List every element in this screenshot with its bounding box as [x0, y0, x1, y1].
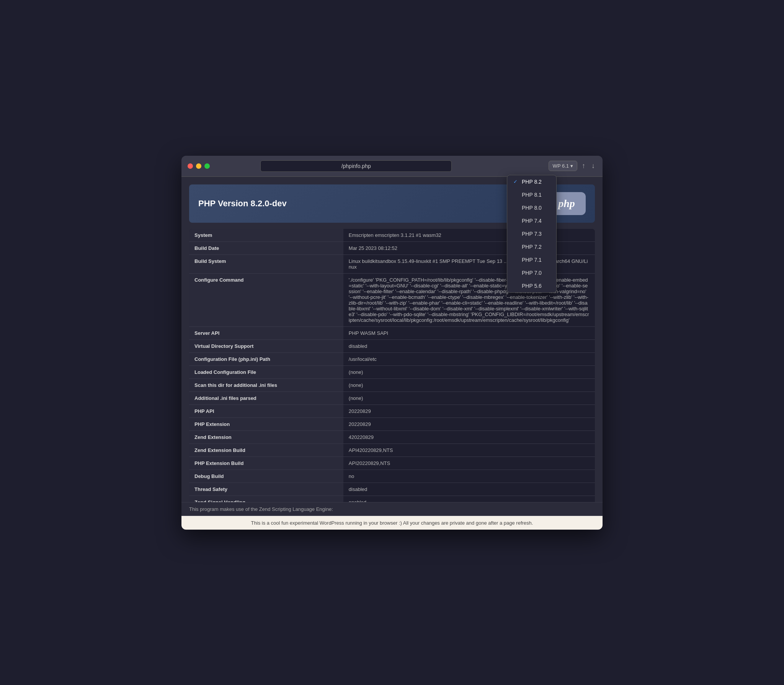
- dropdown-item-label: PHP 8.0: [522, 205, 542, 211]
- dropdown-item-php71[interactable]: PHP 7.1: [507, 253, 556, 266]
- table-value: Emscripten emscripten 3.1.21 #1 wasm32: [343, 229, 595, 242]
- table-row: Virtual Directory Supportdisabled: [189, 339, 595, 352]
- dropdown-item-label: PHP 7.4: [522, 218, 542, 224]
- dropdown-item-label: PHP 8.2: [522, 179, 542, 185]
- table-value: API420220829,NTS: [343, 444, 595, 457]
- table-key: Additional .ini files parsed: [189, 391, 343, 404]
- maximize-button[interactable]: [204, 163, 210, 169]
- dropdown-item-php82[interactable]: ✓PHP 8.2: [507, 175, 556, 188]
- table-row: PHP API20220829: [189, 404, 595, 418]
- table-value: Linux buildkitsandbox 5.15.49-linuxkit #…: [343, 254, 595, 273]
- traffic-lights: [188, 163, 210, 169]
- table-row: Thread Safetydisabled: [189, 483, 595, 496]
- dropdown-item-label: PHP 7.0: [522, 270, 542, 276]
- table-row: PHP Extension BuildAPI20220829,NTS: [189, 457, 595, 470]
- table-value: /usr/local/etc: [343, 352, 595, 365]
- table-key: Zend Extension Build: [189, 444, 343, 457]
- table-value: (none): [343, 378, 595, 391]
- table-key: Scan this dir for additional .ini files: [189, 378, 343, 391]
- table-value: disabled: [343, 339, 595, 352]
- dropdown-item-label: PHP 7.1: [522, 257, 542, 263]
- dropdown-item-label: PHP 7.2: [522, 244, 542, 250]
- table-key: System: [189, 229, 343, 242]
- dropdown-item-php80[interactable]: PHP 8.0: [507, 201, 556, 214]
- wp-version-label: WP 6.1: [553, 163, 569, 169]
- table-key: Debug Build: [189, 470, 343, 483]
- dropdown-item-php73[interactable]: PHP 7.3: [507, 227, 556, 240]
- table-row: Additional .ini files parsed(none): [189, 391, 595, 404]
- table-value: (none): [343, 391, 595, 404]
- titlebar: /phpinfo.php WP 6.1 ▾ ↑ ↓: [181, 156, 603, 177]
- table-key: PHP Extension Build: [189, 457, 343, 470]
- footer-note: This is a cool fun experimental WordPres…: [181, 516, 603, 530]
- table-value: API20220829,NTS: [343, 457, 595, 470]
- table-key: Virtual Directory Support: [189, 339, 343, 352]
- chevron-down-icon: ▾: [570, 163, 573, 169]
- table-row: Zend Extension420220829: [189, 431, 595, 444]
- dropdown-item-php81[interactable]: PHP 8.1: [507, 188, 556, 201]
- table-key: Zend Extension: [189, 431, 343, 444]
- table-value: Mar 25 2023 08:12:52: [343, 241, 595, 254]
- toolbar-right: WP 6.1 ▾ ↑ ↓: [549, 160, 596, 171]
- page-title: PHP Version 8.2.0-dev: [198, 199, 287, 209]
- dropdown-item-label: PHP 5.6: [522, 283, 542, 289]
- table-value: (none): [343, 365, 595, 378]
- dropdown-item-label: PHP 7.3: [522, 231, 542, 237]
- table-row: Server APIPHP WASM SAPI: [189, 326, 595, 339]
- table-row: Configuration File (php.ini) Path/usr/lo…: [189, 352, 595, 365]
- dropdown-item-php72[interactable]: PHP 7.2: [507, 240, 556, 253]
- php-version-dropdown: ✓PHP 8.2PHP 8.1PHP 8.0PHP 7.4PHP 7.3PHP …: [507, 175, 557, 293]
- dropdown-item-php70[interactable]: PHP 7.0: [507, 266, 556, 279]
- browser-window: /phpinfo.php WP 6.1 ▾ ↑ ↓ ✓PHP 8.2PHP 8.…: [181, 156, 603, 530]
- table-value: enabled: [343, 496, 595, 502]
- dropdown-item-php56[interactable]: PHP 5.6: [507, 279, 556, 292]
- table-row: Zend Signal Handlingenabled: [189, 496, 595, 502]
- table-key: Configuration File (php.ini) Path: [189, 352, 343, 365]
- table-row: Loaded Configuration File(none): [189, 365, 595, 378]
- table-row: Zend Extension BuildAPI420220829,NTS: [189, 444, 595, 457]
- dropdown-item-label: PHP 8.1: [522, 192, 542, 198]
- checkmark-icon: ✓: [513, 179, 519, 184]
- table-value: 20220829: [343, 404, 595, 418]
- close-button[interactable]: [188, 163, 193, 169]
- table-value: './configure' 'PKG_CONFIG_PATH=/root/lib…: [343, 273, 595, 326]
- table-value: 20220829: [343, 418, 595, 431]
- table-key: Build Date: [189, 241, 343, 254]
- table-value: PHP WASM SAPI: [343, 326, 595, 339]
- table-row: PHP Extension20220829: [189, 418, 595, 431]
- partial-bottom-text: This program makes use of the Zend Scrip…: [181, 502, 603, 516]
- download-button[interactable]: ↓: [590, 160, 596, 171]
- table-key: Build System: [189, 254, 343, 273]
- wp-version-button[interactable]: WP 6.1 ▾: [549, 161, 577, 171]
- table-row: Scan this dir for additional .ini files(…: [189, 378, 595, 391]
- table-key: PHP Extension: [189, 418, 343, 431]
- dropdown-item-php74[interactable]: PHP 7.4: [507, 214, 556, 227]
- table-value: 420220829: [343, 431, 595, 444]
- table-key: Server API: [189, 326, 343, 339]
- table-row: Debug Buildno: [189, 470, 595, 483]
- table-key: Loaded Configuration File: [189, 365, 343, 378]
- table-key: PHP API: [189, 404, 343, 418]
- minimize-button[interactable]: [196, 163, 201, 169]
- table-key: Configure Command: [189, 273, 343, 326]
- table-value: disabled: [343, 483, 595, 496]
- table-key: Thread Safety: [189, 483, 343, 496]
- url-bar[interactable]: /phpinfo.php: [260, 160, 452, 172]
- table-value: no: [343, 470, 595, 483]
- table-key: Zend Signal Handling: [189, 496, 343, 502]
- upload-button[interactable]: ↑: [580, 160, 587, 171]
